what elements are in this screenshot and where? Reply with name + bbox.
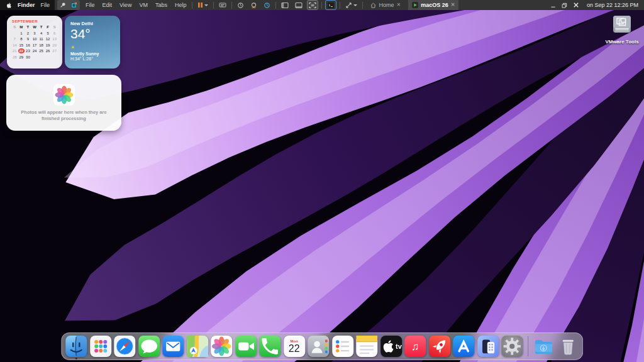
calendar-month-label: SEPTEMBER xyxy=(12,19,58,23)
vmware-menu-view[interactable]: View xyxy=(118,2,133,8)
tab-macos-26[interactable]: macOS 26 ✕ xyxy=(408,0,458,10)
tab-home-close-icon[interactable]: ✕ xyxy=(396,3,401,8)
dock: Mon 22 tv xyxy=(61,332,583,360)
dock-icon-finder[interactable] xyxy=(65,336,87,357)
calendar-date: 19 xyxy=(45,43,52,48)
dock-icon-facetime[interactable] xyxy=(235,336,257,357)
dock-icon-downloads-folder[interactable] xyxy=(533,336,554,357)
calendar-date: 11 xyxy=(38,36,45,41)
calendar-date xyxy=(51,55,58,60)
dock-icon-tv[interactable]: tv xyxy=(380,336,402,357)
suspend-vm-button[interactable] xyxy=(196,1,209,9)
calendar-date: 14 xyxy=(11,43,18,48)
calendar-date xyxy=(38,55,45,60)
calendar-date: 22 xyxy=(18,48,25,53)
active-app-name[interactable]: Finder xyxy=(18,2,35,8)
vmware-menu-edit[interactable]: Edit xyxy=(101,2,114,8)
vmware-fullscreen-toolbar: File Edit View VM Tabs Help xyxy=(55,0,644,10)
photos-widget[interactable]: Photos will appear here when they are fi… xyxy=(6,75,121,131)
dock-icon-contacts[interactable] xyxy=(308,336,329,357)
apple-menu-icon[interactable] xyxy=(6,2,12,9)
dock-icon-app-store[interactable] xyxy=(453,336,474,357)
ctrl-alt-del-icon[interactable] xyxy=(218,1,228,9)
dock-icon-photos[interactable] xyxy=(211,336,232,357)
stretch-dropdown-caret[interactable] xyxy=(353,4,357,6)
dock-icon-reminders[interactable] xyxy=(332,336,353,357)
calendar-date: 7 xyxy=(11,36,18,41)
calendar-date: 9 xyxy=(25,36,31,41)
stretch-guest-icon[interactable] xyxy=(344,1,358,9)
minimize-window-icon[interactable] xyxy=(550,3,556,8)
dock-icon-system-settings[interactable] xyxy=(501,336,523,357)
calendar-icon-day: 22 xyxy=(289,344,300,354)
tab-macos-26-close-icon[interactable]: ✕ xyxy=(451,3,455,8)
close-window-icon[interactable] xyxy=(573,2,579,8)
weather-high-low: H:34° L:26° xyxy=(70,57,114,61)
dock-icon-iphone-mirroring[interactable] xyxy=(477,336,499,357)
weather-widget[interactable]: New Delhi 34° ☀ Mostly Sunny H:34° L:26° xyxy=(65,16,120,69)
calendar-date: 21 xyxy=(11,48,18,53)
calendar-date: 13 xyxy=(51,36,58,41)
dock-icon-calendar[interactable]: Mon 22 xyxy=(284,336,305,357)
calendar-day-header: T xyxy=(25,25,31,30)
tab-home[interactable]: Home ✕ xyxy=(367,0,404,10)
dock-divider xyxy=(528,336,528,356)
calendar-widget[interactable]: SEPTEMBER SMTWTFS12345678910111213141516… xyxy=(7,16,62,69)
pin-toolbar-icon[interactable] xyxy=(58,1,67,9)
weather-location: New Delhi xyxy=(70,21,114,26)
calendar-date: 3 xyxy=(31,31,38,36)
show-library-icon[interactable] xyxy=(280,1,290,9)
calendar-date: 28 xyxy=(11,55,18,60)
calendar-date: 18 xyxy=(38,43,45,48)
vmware-logo-icon[interactable] xyxy=(69,1,79,9)
calendar-date: 16 xyxy=(25,43,31,48)
calendar-day-header: T xyxy=(38,25,45,30)
restore-window-icon[interactable] xyxy=(562,3,567,8)
vmware-menu-help[interactable]: Help xyxy=(173,2,189,8)
dock-icon-phone[interactable] xyxy=(259,336,280,357)
vmware-menu-file[interactable]: File xyxy=(84,2,97,8)
calendar-date: 24 xyxy=(31,48,38,53)
calendar-day-header: F xyxy=(45,25,52,30)
dock-icon-music[interactable]: ♫ xyxy=(404,336,426,357)
console-view-icon[interactable] xyxy=(326,1,336,9)
dock-icon-trash[interactable] xyxy=(557,336,579,357)
desktop-icon-label: VMware Tools xyxy=(602,39,641,45)
calendar-date: 20 xyxy=(51,43,58,48)
apple-logo-glyph xyxy=(380,336,395,357)
calendar-date: 29 xyxy=(18,55,25,60)
snapshot-manager-icon[interactable] xyxy=(262,1,272,9)
calendar-date: 25 xyxy=(38,48,45,53)
calendar-date: 2 xyxy=(25,31,31,36)
calendar-date: 23 xyxy=(25,48,31,53)
tab-home-label: Home xyxy=(379,2,394,8)
calendar-date: 15 xyxy=(18,43,25,48)
revert-snapshot-icon[interactable] xyxy=(249,1,258,9)
dock-icon-maps[interactable] xyxy=(187,336,208,357)
sun-icon: ☀ xyxy=(70,45,114,50)
calendar-grid: SMTWTFS123456789101112131415161718192021… xyxy=(11,25,58,60)
tv-icon-label: tv xyxy=(396,343,402,350)
calendar-date: 1 xyxy=(18,31,25,36)
show-thumbnail-bar-icon[interactable] xyxy=(294,1,304,9)
calendar-date xyxy=(11,31,18,36)
desktop-icon-vmware-tools[interactable]: VMware Tools xyxy=(602,15,641,45)
vmware-menu-tabs[interactable]: Tabs xyxy=(153,2,169,8)
calendar-date xyxy=(31,55,38,60)
dock-icon-safari[interactable] xyxy=(114,336,135,357)
dock-icon-mail[interactable] xyxy=(162,336,184,357)
menu-bar-clock[interactable]: on Sep 22 12:26 PM xyxy=(587,2,641,8)
dock-icon-notes[interactable] xyxy=(356,336,377,357)
dock-icon-messages[interactable] xyxy=(138,336,160,357)
home-icon xyxy=(370,3,376,8)
calendar-day-header: M xyxy=(18,25,25,30)
take-snapshot-icon[interactable] xyxy=(236,1,245,9)
dock-icon-games[interactable] xyxy=(429,336,450,357)
fullscreen-mode-icon[interactable] xyxy=(308,1,318,9)
music-note-glyph: ♫ xyxy=(411,341,419,352)
suspend-dropdown-caret[interactable] xyxy=(204,4,208,6)
dock-icon-launchpad[interactable] xyxy=(90,336,111,357)
vmware-menu-vm[interactable]: VM xyxy=(137,2,150,8)
menu-file[interactable]: File xyxy=(41,2,50,8)
photos-widget-message: Photos will appear here when they are fi… xyxy=(17,109,111,122)
